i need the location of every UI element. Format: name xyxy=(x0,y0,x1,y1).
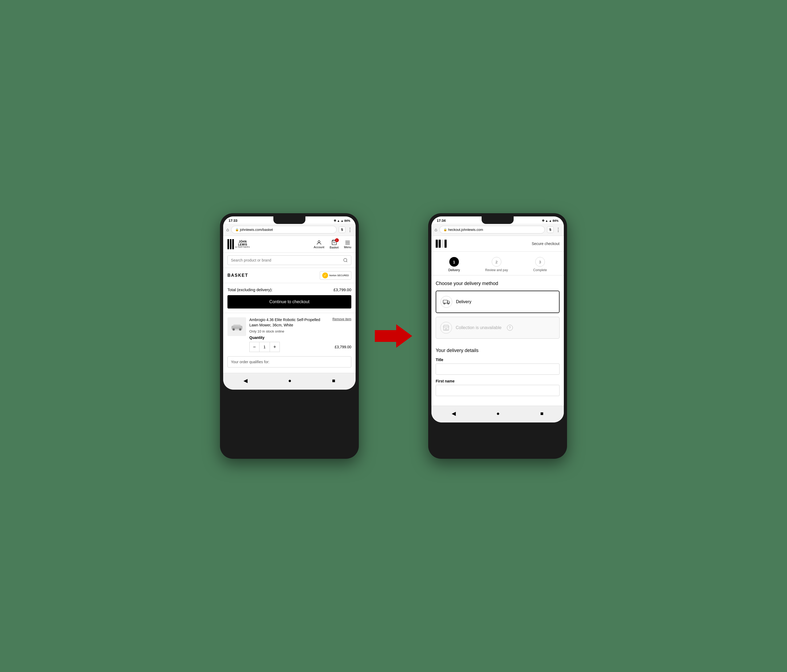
checkout-logo-bars xyxy=(436,240,447,248)
wifi-icon: ▲ xyxy=(341,219,344,222)
whatsapp-icon: ⊕ xyxy=(334,219,336,222)
checkout-button[interactable]: Continue to checkout xyxy=(228,295,351,309)
whatsapp-icon-2: ⊕ xyxy=(542,219,544,222)
basket-header: BASKET ✓ Norton SECURED xyxy=(223,268,356,283)
basket-page: JÖHN LEWIS & PARTNERS Account xyxy=(223,236,356,373)
arrow-container xyxy=(375,324,412,348)
progress-steps: 1 Delivery 2 Review and pay 3 Complete xyxy=(431,252,564,275)
jl-logo: JÖHN LEWIS & PARTNERS xyxy=(228,239,250,249)
nav-account[interactable]: Account xyxy=(314,240,324,249)
step-delivery: 1 Delivery xyxy=(448,257,460,272)
total-row: Total (excluding delivery): £3,799.00 xyxy=(223,283,356,295)
total-value: £3,799.00 xyxy=(333,287,351,292)
phone-checkout: 17:34 ⊕ ▲ ▲ 84% ⌂ 🔒 heckout.johnlewis.co… xyxy=(428,213,567,459)
step-label-2: Review and pay xyxy=(485,268,508,272)
jl-logo-text: JÖHN LEWIS & PARTNERS xyxy=(235,240,250,248)
qty-decrease-button[interactable]: − xyxy=(249,342,259,352)
bottom-nav-1: ◀ ● ■ xyxy=(223,373,356,390)
url-input-1[interactable]: 🔒 johnlewis.com/basket xyxy=(231,226,337,233)
basket-badge: 1 xyxy=(335,238,339,242)
nav-square-2[interactable]: ■ xyxy=(539,409,545,418)
delivery-option-delivery[interactable]: Delivery xyxy=(436,291,559,313)
step-circle-3: 3 xyxy=(535,257,545,267)
nav-square-1[interactable]: ■ xyxy=(330,376,337,385)
svg-rect-18 xyxy=(445,328,447,330)
battery-icon: 84% xyxy=(345,219,350,222)
checkout-bar-3 xyxy=(442,240,444,248)
title-input[interactable] xyxy=(436,363,559,375)
nav-icons: Account 1 Basket Menu xyxy=(314,240,351,249)
lawn-mower-image xyxy=(229,321,244,332)
tab-count-2[interactable]: 5 xyxy=(547,226,554,233)
title-label: Title xyxy=(436,358,559,362)
svg-point-0 xyxy=(318,241,320,243)
checkout-logo xyxy=(436,240,448,248)
norton-badge: ✓ Norton SECURED xyxy=(320,271,351,280)
firstname-field: First name xyxy=(436,379,559,396)
title-field: Title xyxy=(436,358,559,375)
delivery-details-section: Your delivery details Title First name xyxy=(431,342,564,405)
logo-bar-1 xyxy=(228,239,229,249)
step-label-3: Complete xyxy=(533,268,547,272)
order-qualifies: Your order qualifies for: xyxy=(228,356,351,368)
logo-bar-3 xyxy=(232,239,234,249)
jl-navbar: JÖHN LEWIS & PARTNERS Account xyxy=(223,236,356,253)
firstname-label: First name xyxy=(436,379,559,383)
svg-point-13 xyxy=(239,329,240,330)
secure-checkout-label: Secure checkout xyxy=(532,241,559,246)
nav-back-2[interactable]: ◀ xyxy=(450,409,457,418)
checkout-page: Secure checkout 1 Delivery 2 Review and … xyxy=(431,236,564,405)
bottom-nav-2: ◀ ● ■ xyxy=(431,405,564,423)
svg-line-6 xyxy=(346,261,347,262)
delivery-section: Choose your delivery method Delivery xyxy=(431,275,564,339)
more-icon-2[interactable]: ⋮ xyxy=(556,227,561,233)
total-label: Total (excluding delivery): xyxy=(228,287,273,292)
logo-bar-2 xyxy=(230,239,231,249)
step-label-1: Delivery xyxy=(448,268,460,272)
product-stock: Only 10 in stock online xyxy=(249,329,351,333)
product-image xyxy=(228,317,246,336)
phone-notch-2 xyxy=(482,216,514,224)
status-icons-2: ⊕ ▲ ▲ 84% xyxy=(542,219,558,222)
more-icon[interactable]: ⋮ xyxy=(348,227,352,233)
home-icon[interactable]: ⌂ xyxy=(226,227,229,232)
tab-count-1[interactable]: 5 xyxy=(339,226,345,233)
phone-notch xyxy=(273,216,305,224)
checkout-header: Secure checkout xyxy=(431,236,564,252)
search-icon xyxy=(343,258,348,263)
status-icons-1: ⊕ ▲ ▲ 84% xyxy=(334,219,350,222)
step-circle-2: 2 xyxy=(492,257,501,267)
address-bar-2: ⌂ 🔒 heckout.johnlewis.com 5 ⋮ xyxy=(431,224,564,236)
battery-icon-2: 84% xyxy=(553,219,558,222)
search-input[interactable] xyxy=(231,258,343,262)
status-time-1: 17:33 xyxy=(229,219,237,222)
nav-home-1[interactable]: ● xyxy=(286,376,293,385)
home-icon-2[interactable]: ⌂ xyxy=(435,227,437,232)
nav-home-2[interactable]: ● xyxy=(495,409,501,418)
search-bar[interactable] xyxy=(228,256,351,265)
firstname-input[interactable] xyxy=(436,385,559,396)
delivery-option-label: Delivery xyxy=(456,300,471,304)
qty-value: 1 xyxy=(259,342,270,352)
jl-logo-bars xyxy=(228,239,234,249)
product-price: £3,799.00 xyxy=(335,345,351,349)
qty-increase-button[interactable]: + xyxy=(270,342,280,352)
collection-option: Collection is unavailable ? xyxy=(436,317,559,339)
nav-basket[interactable]: 1 Basket xyxy=(330,240,339,249)
signal-icon: ▲ xyxy=(337,219,340,222)
help-icon[interactable]: ? xyxy=(507,325,513,331)
remove-item-link[interactable]: Remove item xyxy=(332,317,351,329)
product-item: Ambrogio 4.36 Elite Robotic Self-Propell… xyxy=(223,313,356,356)
url-input-2[interactable]: 🔒 heckout.johnlewis.com xyxy=(439,226,545,233)
collection-option-label: Collection is unavailable xyxy=(456,325,502,330)
phone-basket: 17:33 ⊕ ▲ ▲ 84% ⌂ 🔒 johnlewis.com/basket… xyxy=(220,213,359,459)
delivery-section-title: Choose your delivery method xyxy=(436,281,559,286)
svg-rect-14 xyxy=(443,300,447,303)
delivery-truck-icon xyxy=(441,296,452,308)
svg-point-5 xyxy=(344,258,347,262)
checkout-bar-1 xyxy=(436,240,438,248)
checkout-bar-4 xyxy=(444,240,447,248)
nav-back-1[interactable]: ◀ xyxy=(242,376,249,385)
product-name: Ambrogio 4.36 Elite Robotic Self-Propell… xyxy=(249,317,330,328)
nav-menu[interactable]: Menu xyxy=(344,240,351,249)
